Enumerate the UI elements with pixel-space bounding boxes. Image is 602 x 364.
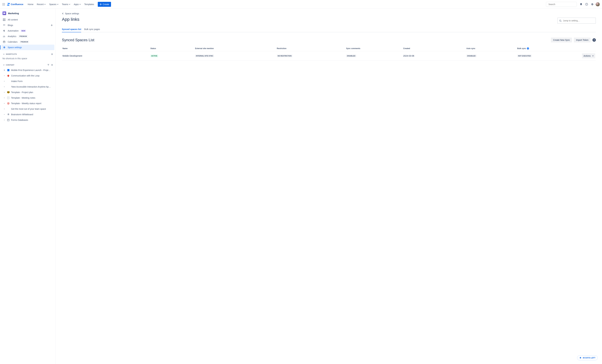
sidebar-item-all-content[interactable]: All content bbox=[1, 17, 54, 22]
profile-avatar[interactable] bbox=[595, 2, 600, 7]
global-search[interactable] bbox=[546, 2, 577, 7]
confluence-logo[interactable]: Confluence bbox=[7, 3, 24, 6]
nav-apps[interactable]: Apps bbox=[72, 2, 82, 6]
svg-rect-15 bbox=[3, 20, 4, 21]
jump-to-setting-input[interactable] bbox=[563, 19, 594, 22]
col-comments: Sync comments bbox=[346, 47, 402, 50]
confluence-icon bbox=[7, 3, 10, 6]
create-button[interactable]: Create bbox=[98, 2, 111, 7]
tree-item[interactable]: • Forms Databases bbox=[1, 117, 54, 123]
page-emoji-icon: 😎 bbox=[7, 91, 10, 94]
tree-item[interactable]: • Get the most out of your team space bbox=[1, 106, 54, 112]
nav-templates[interactable]: Templates bbox=[83, 2, 96, 6]
nav-recent[interactable]: Recent bbox=[35, 2, 47, 6]
svg-rect-12 bbox=[3, 13, 5, 14]
help-icon[interactable]: ? bbox=[592, 38, 596, 42]
svg-point-8 bbox=[4, 5, 5, 5]
svg-rect-13 bbox=[3, 19, 4, 19]
chevron-right-icon[interactable] bbox=[3, 69, 6, 71]
premium-badge: PREMIUM bbox=[19, 35, 28, 38]
import-token-button[interactable]: Import Token bbox=[574, 38, 591, 42]
premium-star-icon bbox=[579, 357, 581, 359]
tree-item[interactable]: • Communication with the Loop bbox=[1, 73, 54, 78]
section-title: Synced Spaces List bbox=[62, 38, 549, 42]
tree-item[interactable]: • 😎 Template - Project plan bbox=[1, 90, 54, 95]
quotes-icon bbox=[3, 24, 6, 26]
comments-badge: DISABLED bbox=[346, 55, 356, 57]
tree-item[interactable]: • Brainstorm Whiteboard bbox=[1, 112, 54, 117]
app-switcher-icon[interactable] bbox=[1, 2, 6, 7]
top-nav: Confluence Home Recent Spaces Teams Apps… bbox=[0, 0, 602, 9]
sidebar-section-shortcuts[interactable]: SHORTCUTS bbox=[1, 52, 54, 57]
page-emoji-icon bbox=[7, 69, 10, 71]
col-bulk: Bulk sync + bbox=[517, 47, 579, 50]
global-search-input[interactable] bbox=[548, 3, 575, 6]
col-status: Status bbox=[150, 47, 194, 50]
help-icon[interactable]: ? bbox=[584, 2, 589, 7]
trial-days-left-pill[interactable]: 40 DAYS LEFT bbox=[577, 355, 598, 360]
svg-point-5 bbox=[4, 4, 5, 4]
svg-point-7 bbox=[3, 5, 4, 5]
tree-item[interactable]: • 'New Accessible Interaction Anytime Ap… bbox=[1, 84, 54, 90]
bullet-icon: • bbox=[3, 108, 6, 110]
nav-home[interactable]: Home bbox=[26, 2, 35, 6]
synced-spaces-table: Name Status External site mention Restri… bbox=[62, 46, 596, 61]
tree-item[interactable]: • Intake Form bbox=[1, 78, 54, 84]
add-blog-icon[interactable] bbox=[51, 24, 53, 26]
whiteboard-icon bbox=[7, 113, 10, 116]
col-mention: External site mention bbox=[195, 47, 275, 50]
filter-content-icon[interactable] bbox=[47, 64, 49, 66]
mention-badge: INTERNAL SITE SYNC bbox=[195, 55, 214, 57]
breadcrumb-back[interactable]: Space settings bbox=[62, 12, 596, 15]
sidebar-item-blogs[interactable]: Blogs bbox=[1, 22, 54, 28]
settings-icon[interactable] bbox=[590, 2, 595, 7]
bolt-icon bbox=[3, 30, 6, 32]
jump-to-setting[interactable] bbox=[557, 18, 596, 24]
row-actions-button[interactable]: Actions bbox=[582, 53, 595, 58]
plus-badge-icon: + bbox=[527, 47, 529, 50]
sidebar-item-analytics[interactable]: Analytics PREMIUM bbox=[1, 33, 54, 39]
bullet-icon: • bbox=[3, 113, 6, 116]
tree-item[interactable]: Mobile-First Experience Launch - Project… bbox=[1, 67, 54, 73]
page-emoji-icon bbox=[7, 75, 10, 77]
nav-spaces[interactable]: Spaces bbox=[48, 2, 60, 6]
cell-created: 2024-03-06 bbox=[403, 55, 465, 57]
content-tree: Mobile-First Experience Launch - Project… bbox=[1, 67, 54, 123]
bullet-icon: • bbox=[3, 102, 6, 105]
svg-text:?: ? bbox=[586, 3, 587, 5]
add-shortcut-icon[interactable] bbox=[51, 53, 53, 55]
database-icon bbox=[7, 119, 10, 121]
chevron-down-icon bbox=[2, 64, 5, 66]
chevron-down-icon bbox=[44, 3, 46, 5]
bulk-badge: NOT EXECUTED bbox=[517, 55, 532, 57]
tab-bulk-sync[interactable]: Bulk sync pages bbox=[84, 26, 100, 32]
create-new-sync-button[interactable]: Create New Sync bbox=[551, 38, 572, 42]
tab-synced-spaces[interactable]: Synced spaces list bbox=[62, 26, 81, 32]
add-content-icon[interactable] bbox=[51, 64, 53, 66]
search-icon bbox=[559, 20, 561, 22]
svg-rect-16 bbox=[4, 20, 5, 21]
svg-point-2 bbox=[4, 3, 5, 3]
bullet-icon: • bbox=[3, 80, 6, 83]
bullet-icon: • bbox=[3, 85, 6, 88]
tree-item[interactable]: • Template - Weekly status report bbox=[1, 101, 54, 106]
cell-name: Mobile Development bbox=[63, 55, 149, 57]
sidebar-section-content[interactable]: CONTENT bbox=[1, 62, 54, 67]
gear-icon bbox=[3, 46, 6, 49]
sidebar-item-calendars[interactable]: Calendars PREMIUM bbox=[1, 39, 54, 45]
table-header: Name Status External site mention Restri… bbox=[62, 46, 596, 51]
plus-icon bbox=[100, 3, 102, 5]
page-title: App links bbox=[62, 17, 79, 22]
page-emoji-icon bbox=[7, 102, 10, 104]
sidebar-item-automation[interactable]: Automation NEW bbox=[1, 28, 54, 33]
notifications-icon[interactable] bbox=[579, 2, 583, 7]
sidebar-item-space-settings[interactable]: Space settings bbox=[1, 45, 54, 50]
svg-point-1 bbox=[3, 3, 4, 3]
premium-badge: PREMIUM bbox=[20, 41, 29, 43]
space-header[interactable]: Marketing bbox=[1, 10, 54, 17]
sidebar: Marketing All content Blogs Automation N… bbox=[0, 9, 56, 364]
tree-item[interactable]: • Template - Meeting notes bbox=[1, 95, 54, 101]
bullet-icon: • bbox=[3, 74, 6, 77]
chevron-down-icon bbox=[2, 53, 5, 55]
nav-teams[interactable]: Teams bbox=[60, 2, 72, 6]
